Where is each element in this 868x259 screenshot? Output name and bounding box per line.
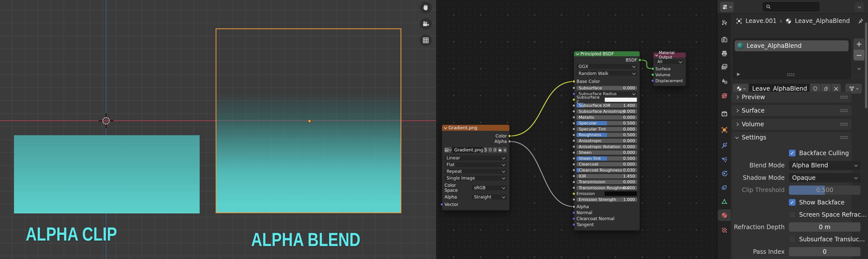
add-slot-button[interactable]: +: [854, 38, 865, 49]
alpha-mode-select[interactable]: Straight: [472, 194, 507, 199]
volume-input-socket[interactable]: [651, 73, 654, 76]
image-node-header[interactable]: Gradient.png: [442, 125, 509, 131]
header-options-button[interactable]: [855, 2, 864, 12]
checkbox[interactable]: ✓: [789, 199, 796, 206]
input-socket-transmission[interactable]: [572, 180, 576, 184]
clearcoat-normal-input-socket[interactable]: [572, 217, 576, 220]
input-socket-transmission-roughness[interactable]: [572, 186, 576, 189]
number-field[interactable]: 0 m: [789, 222, 861, 232]
new-image-copy-icon[interactable]: [493, 147, 497, 153]
tab-view-layer[interactable]: [718, 61, 731, 72]
panel-preview[interactable]: Preview: [732, 91, 851, 103]
slider[interactable]: Emission Strength1.000: [577, 197, 637, 202]
output-node-header[interactable]: Material Output: [653, 52, 686, 58]
slider[interactable]: Roughness0.500: [577, 133, 637, 137]
material-output-node[interactable]: Material Output All SurfaceVolumeDisplac…: [653, 52, 686, 86]
alpha-input-socket[interactable]: [572, 205, 576, 208]
subsurface-anisotropy-row[interactable]: Subsurface Anisotropy0.000: [577, 109, 637, 114]
collapse-icon[interactable]: [444, 126, 447, 129]
input-socket-emission-strength[interactable]: [572, 198, 576, 201]
select[interactable]: Opaque: [789, 173, 861, 182]
unlink-image-x-icon[interactable]: ×: [503, 147, 507, 153]
input-socket-sheen-tint[interactable]: [572, 157, 576, 160]
sheen-tint-row[interactable]: Sheen Tint0.500: [577, 156, 637, 161]
bsdf-node-header[interactable]: Principled BSDF: [574, 51, 640, 56]
tab-world[interactable]: [718, 90, 731, 101]
input-socket-subsurface-ior[interactable]: [572, 104, 576, 107]
panel-surface[interactable]: Surface: [732, 105, 851, 116]
input-socket-subsurface-c-[interactable]: [572, 98, 576, 101]
subsurface-ior-row[interactable]: Subsurface IOR1.400: [577, 103, 637, 108]
slider[interactable]: Specular0.500: [577, 121, 637, 125]
tab-object[interactable]: [718, 124, 731, 136]
color-output-socket[interactable]: [508, 135, 511, 138]
subsurface-row[interactable]: Subsurface0.000: [577, 86, 637, 90]
material-slot-active[interactable]: Leave_AlphaBlend: [735, 40, 848, 51]
breadcrumb-object[interactable]: Leave.001: [745, 17, 777, 25]
slot-expand-arrow[interactable]: ▶: [737, 71, 740, 76]
distribution-select[interactable]: GGX: [577, 64, 637, 69]
transmission-row[interactable]: Transmission0.000: [577, 180, 637, 184]
specular-row[interactable]: Specular0.500: [577, 121, 637, 125]
panel-volume[interactable]: Volume: [732, 119, 851, 130]
surface-input-socket[interactable]: [651, 67, 654, 71]
tab-collection[interactable]: [718, 108, 731, 119]
transmission-roughness-row[interactable]: Transmission Roughness0.000: [577, 186, 637, 190]
slider[interactable]: Specular Tint0.000: [577, 127, 637, 131]
color-swatch[interactable]: [604, 191, 637, 196]
base-color-input-socket[interactable]: [572, 80, 576, 83]
tangent-input-socket[interactable]: [572, 223, 576, 226]
tab-material[interactable]: [718, 210, 731, 221]
slider[interactable]: Anisotropic Rotation0.000: [577, 145, 637, 149]
collapse-icon[interactable]: [655, 53, 658, 56]
open-image-folder-icon[interactable]: [498, 147, 502, 153]
image-name-field[interactable]: Gradient.png: [452, 147, 483, 153]
editor-type-button[interactable]: [720, 2, 734, 12]
input-socket-clearcoat[interactable]: [572, 162, 576, 166]
3d-viewport[interactable]: ALPHA CLIP ALPHA BLEND: [0, 0, 436, 259]
checkbox[interactable]: [789, 236, 796, 243]
panel-drag-grip[interactable]: [840, 109, 847, 112]
input-socket-subsurface-radius[interactable]: [572, 92, 576, 96]
roughness-row[interactable]: Roughness0.500: [577, 133, 637, 137]
camera-view-icon[interactable]: [420, 18, 432, 30]
slider[interactable]: Sheen Tint0.500: [577, 156, 637, 161]
scrollbar-thumb[interactable]: [865, 23, 867, 108]
slider[interactable]: Clearcoat0.000: [577, 162, 637, 166]
slider[interactable]: Sheen0.000: [577, 150, 637, 155]
anisotropic-row[interactable]: Anisotropic0.000: [577, 139, 637, 143]
input-socket-sheen[interactable]: [572, 151, 576, 154]
output-target-select[interactable]: All: [655, 59, 684, 64]
fake-user-shield-icon[interactable]: [488, 147, 492, 153]
material-slot-list[interactable]: Leave_AlphaBlend ▶: [733, 38, 851, 79]
tab-texture[interactable]: [718, 224, 731, 236]
slider[interactable]: Transmission Roughness0.000: [577, 186, 637, 190]
extension-select[interactable]: Repeat: [444, 169, 507, 174]
input-socket-subsurface-anisotropy[interactable]: [572, 110, 576, 113]
image-users-count[interactable]: 3: [484, 147, 488, 153]
select[interactable]: Alpha Blend: [789, 161, 861, 170]
panel-drag-grip[interactable]: [840, 96, 847, 99]
alpha-clip-plane[interactable]: [14, 135, 200, 214]
pan-hand-icon[interactable]: [420, 1, 432, 13]
interpolation-select[interactable]: Linear: [444, 155, 507, 160]
slider[interactable]: Clearcoat Roughness0.030: [577, 168, 637, 172]
projection-select[interactable]: Flat: [444, 162, 507, 167]
bsdf-output-socket[interactable]: [638, 59, 641, 62]
ior-row[interactable]: IOR1.450: [577, 174, 637, 178]
alpha-output-socket[interactable]: [508, 140, 511, 143]
remove-slot-button[interactable]: −: [854, 49, 865, 61]
clearcoat-row[interactable]: Clearcoat0.000: [577, 162, 637, 166]
tab-scene[interactable]: [718, 75, 731, 87]
slot-resize-grip[interactable]: [787, 73, 795, 76]
input-socket-specular-tint[interactable]: [572, 127, 576, 131]
clearcoat-roughness-row[interactable]: Clearcoat Roughness0.030: [577, 168, 637, 172]
metallic-row[interactable]: Metallic0.000: [577, 115, 637, 119]
collapse-icon[interactable]: [576, 52, 579, 55]
checkbox[interactable]: [789, 212, 796, 218]
tab-active-tool[interactable]: [718, 17, 731, 28]
color-space-select[interactable]: sRGB: [472, 185, 507, 190]
input-socket-metallic[interactable]: [572, 116, 576, 119]
tab-particles[interactable]: [718, 154, 731, 165]
panel-drag-grip[interactable]: [840, 136, 847, 139]
